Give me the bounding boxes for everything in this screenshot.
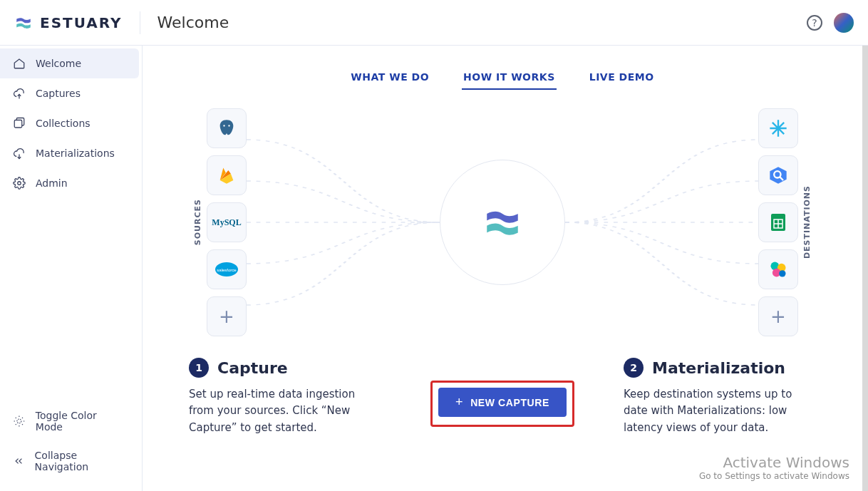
elastic-icon — [758, 249, 798, 289]
step-capture: 1 Capture Set up real-time data ingestio… — [189, 358, 381, 436]
estuary-logo-icon — [482, 202, 523, 243]
svg-point-2 — [17, 419, 21, 423]
estuary-logo-icon — [14, 14, 33, 32]
sources-label: SOURCES — [189, 199, 207, 245]
sidebar-item-captures[interactable]: Captures — [0, 78, 139, 108]
svg-point-14 — [779, 270, 785, 276]
gear-icon — [13, 177, 26, 190]
salesforce-icon: salesforce — [207, 249, 247, 289]
svg-point-3 — [223, 125, 224, 126]
svg-point-1 — [18, 182, 21, 185]
sidebar-footer: Toggle Color Mode Collapse Navigation — [0, 398, 142, 491]
upload-cloud-icon — [13, 87, 26, 100]
steps-row: 1 Capture Set up real-time data ingestio… — [189, 358, 816, 436]
svg-text:salesforce: salesforce — [217, 268, 237, 272]
plus-icon: + — [455, 395, 463, 410]
firebase-icon — [207, 155, 247, 195]
sidebar-item-welcome[interactable]: Welcome — [0, 48, 139, 78]
brand[interactable]: ESTUARY — [14, 14, 123, 32]
top-divider — [140, 11, 140, 34]
svg-point-4 — [228, 125, 229, 126]
watermark-line1: Activate Windows — [699, 454, 849, 471]
sidebar-item-label: Collections — [36, 118, 91, 129]
cta-highlight: + NEW CAPTURE — [430, 381, 574, 427]
sidebar-item-label: Admin — [36, 177, 68, 189]
tabs: WHAT WE DO HOW IT WORKS LIVE DEMO — [189, 66, 816, 90]
sidebar-item-label: Captures — [36, 88, 81, 99]
collections-icon — [13, 117, 26, 130]
postgres-icon — [207, 108, 247, 148]
add-source-button[interactable]: + — [207, 296, 247, 336]
svg-marker-7 — [770, 167, 786, 183]
help-icon[interactable]: ? — [807, 15, 822, 31]
step-number-badge: 1 — [189, 358, 209, 378]
page-title: Welcome — [157, 14, 229, 31]
google-sheets-icon — [758, 202, 798, 242]
home-icon — [13, 57, 26, 70]
sidebar-item-collections[interactable]: Collections — [0, 108, 139, 138]
sidebar-item-label: Welcome — [36, 58, 81, 69]
source-tiles: MySQL salesforce + — [207, 108, 247, 336]
windows-activation-watermark: Activate Windows Go to Settings to activ… — [699, 454, 849, 481]
collapse-navigation[interactable]: Collapse Navigation — [0, 441, 139, 481]
sidebar-item-label: Materializations — [36, 148, 115, 159]
sidebar: Welcome Captures Collections Materializa… — [0, 46, 143, 491]
destinations-label: DESTINATIONS — [798, 185, 816, 259]
step-description: Keep destination systems up to date with… — [624, 386, 816, 436]
step-materialization: 2 Materialization Keep destination syste… — [624, 358, 816, 436]
brand-name: ESTUARY — [40, 14, 123, 31]
destination-tiles: + — [758, 108, 798, 336]
nav-list: Welcome Captures Collections Materializa… — [0, 46, 142, 201]
cta-label: NEW CAPTURE — [470, 397, 549, 408]
snowflake-icon — [758, 108, 798, 148]
step-number-badge: 2 — [624, 358, 644, 378]
add-destination-button[interactable]: + — [758, 296, 798, 336]
mysql-icon: MySQL — [207, 202, 247, 242]
avatar[interactable] — [834, 13, 854, 33]
sun-icon — [13, 415, 26, 428]
watermark-line2: Go to Settings to activate Windows — [699, 471, 849, 481]
cta-container: + NEW CAPTURE — [410, 358, 595, 427]
step-description: Set up real-time data ingestion from you… — [189, 386, 381, 436]
bigquery-icon — [758, 155, 798, 195]
tab-how-it-works[interactable]: HOW IT WORKS — [462, 66, 557, 90]
connector-right — [565, 119, 758, 326]
toggle-color-label: Toggle Color Mode — [36, 410, 126, 433]
tab-what-we-do[interactable]: WHAT WE DO — [349, 66, 430, 90]
flow-diagram: SOURCES MySQL salesforce + — [189, 108, 816, 336]
main-content: WHAT WE DO HOW IT WORKS LIVE DEMO SOURCE… — [143, 46, 868, 491]
toggle-color-mode[interactable]: Toggle Color Mode — [0, 401, 139, 441]
new-capture-button[interactable]: + NEW CAPTURE — [438, 388, 567, 417]
shell: Welcome Captures Collections Materializa… — [0, 46, 868, 491]
collapse-label: Collapse Navigation — [35, 450, 126, 472]
top-bar: ESTUARY Welcome ? — [0, 0, 868, 46]
download-cloud-icon — [13, 147, 26, 160]
sidebar-item-materializations[interactable]: Materializations — [0, 138, 139, 168]
sidebar-item-admin[interactable]: Admin — [0, 168, 139, 198]
center-logo — [440, 160, 565, 285]
svg-rect-0 — [14, 120, 22, 128]
tab-live-demo[interactable]: LIVE DEMO — [588, 66, 656, 90]
step-title: Materialization — [652, 359, 785, 377]
connector-left — [247, 119, 440, 326]
chevrons-left-icon — [13, 455, 25, 467]
step-title: Capture — [217, 359, 288, 377]
